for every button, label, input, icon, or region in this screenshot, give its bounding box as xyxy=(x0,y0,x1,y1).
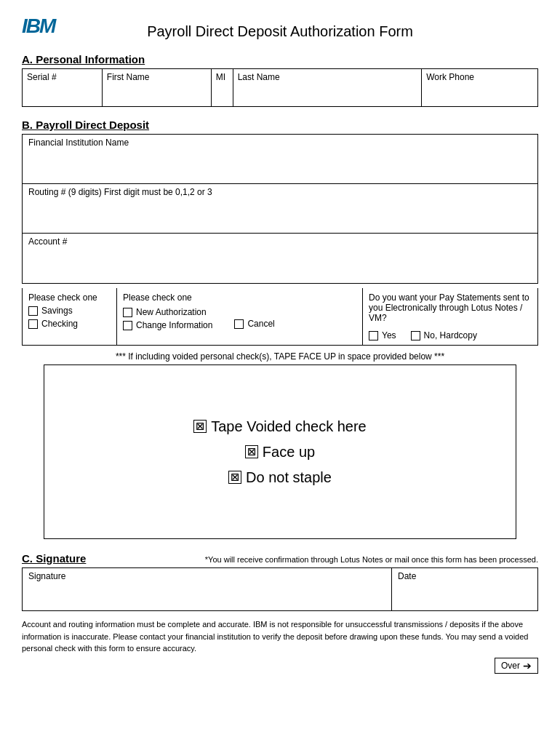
routing-label: Routing # (9 digits) First digit must be… xyxy=(28,187,532,197)
x-box-3: ☒ xyxy=(228,471,241,484)
firstname-label: First Name xyxy=(107,72,150,82)
workphone-label: Work Phone xyxy=(426,72,474,82)
new-auth-label: New Authorization xyxy=(136,307,207,317)
savings-option[interactable]: Savings xyxy=(28,306,111,316)
mid-top-row: New Authorization Change Information Can… xyxy=(123,304,356,330)
page-title: Payroll Direct Deposit Authorization For… xyxy=(22,23,538,40)
mi-label: MI xyxy=(216,72,225,82)
cancel-label: Cancel xyxy=(247,319,274,329)
deposit-section: Financial Institution Name Routing # (9 … xyxy=(22,134,538,284)
x-box-1: ☒ xyxy=(193,420,207,433)
yes-option[interactable]: Yes xyxy=(369,330,396,340)
voided-box: ☒ Tape Voided check here ☒ Face up ☒ Do … xyxy=(44,364,516,539)
signature-note: *You will receive confirmation through L… xyxy=(205,555,538,564)
institution-label: Financial Institution Name xyxy=(28,138,532,148)
cancel-checkbox[interactable] xyxy=(234,319,244,329)
cancel-option[interactable]: Cancel xyxy=(234,319,274,329)
yes-checkbox[interactable] xyxy=(369,331,378,340)
voided-note: *** If including voided personal check(s… xyxy=(22,351,538,362)
voided-text-3: Do not staple xyxy=(246,469,332,486)
workphone-field[interactable]: Work Phone xyxy=(422,69,538,107)
deposit-heading: B. Payroll Direct Deposit xyxy=(22,119,538,131)
check-options-row: Please check one Savings Checking Please… xyxy=(22,288,538,346)
routing-field[interactable]: Routing # (9 digits) First digit must be… xyxy=(23,184,537,234)
date-label: Date xyxy=(398,571,416,581)
auth-options-col: Please check one New Authorization Chang… xyxy=(117,288,363,345)
yes-label: Yes xyxy=(382,330,396,340)
electronic-question: Do you want your Pay Statements sent to … xyxy=(369,292,532,323)
voided-line-3: ☒ Do not staple xyxy=(228,469,332,486)
signature-heading: C. Signature xyxy=(22,552,86,565)
account-label: Account # xyxy=(28,236,532,247)
checking-option[interactable]: Checking xyxy=(28,319,111,329)
firstname-field[interactable]: First Name xyxy=(102,69,211,107)
voided-text-1: Tape Voided check here xyxy=(211,418,367,435)
signature-box: Signature Date xyxy=(22,567,538,611)
checking-checkbox[interactable] xyxy=(28,319,38,329)
savings-label: Savings xyxy=(41,306,73,316)
change-info-label: Change Information xyxy=(136,320,212,330)
voided-line-1: ☒ Tape Voided check here xyxy=(193,418,367,435)
serial-label: Serial # xyxy=(27,72,57,82)
lastname-label: Last Name xyxy=(238,72,280,82)
change-info-checkbox[interactable] xyxy=(123,321,132,330)
personal-info-heading: A. Personal Information xyxy=(22,53,538,65)
over-box: Over ➔ xyxy=(495,658,538,674)
account-field[interactable]: Account # xyxy=(23,234,537,283)
footer-disclaimer: Account and routing information must be … xyxy=(22,618,538,655)
arrow-right-icon: ➔ xyxy=(523,660,532,672)
personal-info-table: Serial # First Name MI Last Name Work Ph… xyxy=(22,68,538,107)
signature-label: Signature xyxy=(28,571,65,581)
savings-checking-col: Please check one Savings Checking xyxy=(23,288,117,345)
x-box-2: ☒ xyxy=(245,445,258,458)
mid-check-heading: Please check one xyxy=(123,292,356,303)
over-label: Over xyxy=(501,661,520,671)
date-field[interactable]: Date xyxy=(392,568,537,610)
signature-field[interactable]: Signature xyxy=(23,568,392,610)
new-auth-group: New Authorization Change Information xyxy=(123,304,212,330)
lastname-field[interactable]: Last Name xyxy=(233,69,422,107)
electronic-col: Do you want your Pay Statements sent to … xyxy=(363,288,537,345)
footer-over: Over ➔ xyxy=(22,658,538,674)
checking-label: Checking xyxy=(41,319,78,329)
serial-field[interactable]: Serial # xyxy=(23,69,103,107)
change-info-option[interactable]: Change Information xyxy=(123,320,212,330)
mi-field[interactable]: MI xyxy=(211,69,233,107)
voided-text-2: Face up xyxy=(263,444,315,461)
new-auth-option[interactable]: New Authorization xyxy=(123,307,212,317)
signature-header: C. Signature *You will receive confirmat… xyxy=(22,552,538,565)
institution-field[interactable]: Financial Institution Name xyxy=(23,135,537,184)
new-auth-checkbox[interactable] xyxy=(123,308,132,317)
left-check-heading: Please check one xyxy=(28,292,111,303)
savings-checkbox[interactable] xyxy=(28,306,38,316)
no-hardcopy-checkbox[interactable] xyxy=(411,331,420,340)
voided-line-2: ☒ Face up xyxy=(245,444,315,461)
no-hardcopy-option[interactable]: No, Hardcopy xyxy=(411,330,477,340)
no-hardcopy-label: No, Hardcopy xyxy=(424,330,477,340)
